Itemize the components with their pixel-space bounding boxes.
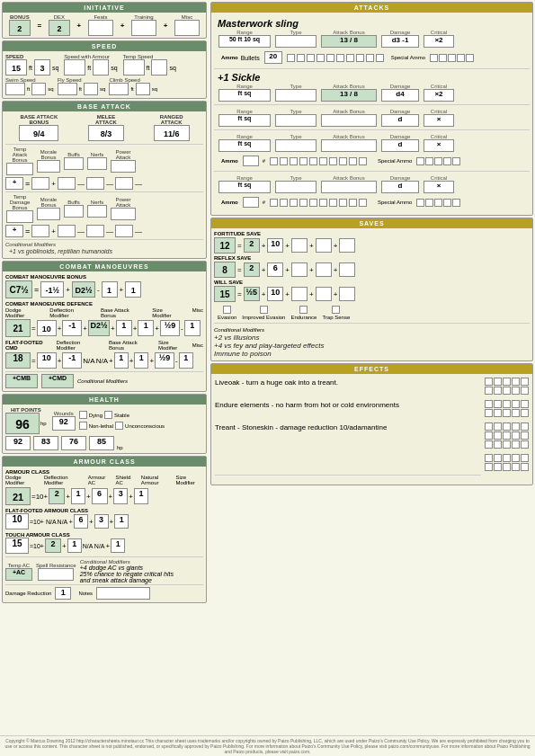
- w2-atk-input[interactable]: 13 / 8: [321, 89, 377, 102]
- cmd-sz2[interactable]: 1: [184, 320, 201, 336]
- w5-ammo-count[interactable]: [243, 197, 259, 208]
- will-mod[interactable]: 10: [267, 287, 283, 301]
- flat-ac-armour[interactable]: 6: [74, 514, 88, 529]
- eff3-cb2[interactable]: [494, 422, 502, 431]
- ref-base[interactable]: 2: [244, 262, 260, 277]
- evasion-check[interactable]: [223, 306, 231, 314]
- eff2-cb4[interactable]: [512, 400, 520, 408]
- ac-armour[interactable]: 6: [92, 488, 108, 504]
- ac-natural[interactable]: 1: [134, 488, 148, 504]
- w4-dmg-input[interactable]: d: [381, 139, 419, 152]
- spec-ammo3-3[interactable]: [434, 199, 442, 207]
- touch-ac-dex[interactable]: 2: [45, 538, 61, 553]
- initiative-feats-input[interactable]: [88, 20, 113, 36]
- cmd-val[interactable]: 21: [5, 319, 31, 337]
- eff3-cb4[interactable]: [512, 422, 520, 431]
- eff3-cb11[interactable]: [485, 440, 493, 449]
- ref-temp[interactable]: [339, 262, 355, 277]
- eff2-cb9[interactable]: [512, 409, 520, 417]
- cmb-val[interactable]: C7½: [5, 280, 32, 298]
- ammo2-2[interactable]: [280, 157, 288, 165]
- flat-ac-natural[interactable]: 1: [114, 514, 129, 529]
- flat-ac-total[interactable]: 10: [5, 513, 29, 529]
- eff3-cb10[interactable]: [521, 431, 529, 440]
- eff4-cb1[interactable]: [485, 454, 493, 462]
- flat-sz[interactable]: 1: [179, 352, 193, 369]
- ammo3-4[interactable]: [299, 199, 308, 207]
- eff1-cb8[interactable]: [503, 387, 511, 395]
- base-attack-input[interactable]: 9/4: [19, 125, 58, 141]
- ammo-cb-7[interactable]: [346, 54, 354, 62]
- eff4-cb5[interactable]: [521, 454, 529, 462]
- w4-ammo-count[interactable]: [243, 156, 259, 166]
- temp-cmd-btn[interactable]: +CMD: [41, 374, 74, 388]
- notes-input[interactable]: [96, 587, 150, 600]
- flat-ac-shield[interactable]: 3: [94, 514, 109, 529]
- eff2-cb7[interactable]: [494, 409, 502, 417]
- eff3-cb8[interactable]: [503, 431, 511, 440]
- dmg-reduction-input[interactable]: 1: [55, 587, 71, 600]
- speed-input[interactable]: 15: [5, 59, 27, 76]
- ammo2-6[interactable]: [319, 157, 327, 165]
- eff3-cb13[interactable]: [503, 440, 511, 449]
- flat-bab[interactable]: ½9: [155, 352, 174, 369]
- w3-crit-input[interactable]: ×: [424, 114, 454, 127]
- morale-bonus2-input[interactable]: [37, 208, 60, 220]
- ammo-cb-8[interactable]: [356, 54, 364, 62]
- spec-ammo-5[interactable]: [466, 54, 474, 62]
- effect4-text[interactable]: [215, 454, 481, 476]
- eff4-cb7[interactable]: [494, 463, 502, 471]
- ref-racial[interactable]: [291, 262, 308, 277]
- ammo2-8[interactable]: [339, 157, 347, 165]
- w1-type-input[interactable]: [275, 35, 317, 48]
- eff3-cb6[interactable]: [485, 431, 493, 440]
- ammo3-2[interactable]: [280, 199, 288, 207]
- ammo-cb-4[interactable]: [317, 54, 325, 62]
- cmd-ten[interactable]: 10: [37, 320, 57, 336]
- w2-type-input[interactable]: [275, 89, 317, 102]
- w5-dmg-input[interactable]: d: [381, 181, 419, 193]
- will-racial[interactable]: [291, 287, 308, 301]
- unconscious-check[interactable]: [115, 422, 123, 430]
- w4-atk-input[interactable]: [321, 139, 377, 152]
- ammo3-6[interactable]: [319, 199, 327, 207]
- eff1-cb5[interactable]: [521, 378, 529, 386]
- will-misc[interactable]: [316, 287, 332, 301]
- eff2-cb1[interactable]: [485, 400, 493, 408]
- eff2-cb10[interactable]: [521, 409, 529, 417]
- eff3-cb9[interactable]: [512, 431, 520, 440]
- ammo3-8[interactable]: [339, 199, 347, 207]
- eff3-cb3[interactable]: [503, 422, 511, 431]
- cmd-b2[interactable]: 1: [138, 320, 154, 336]
- cmd-str[interactable]: D2½: [88, 320, 110, 336]
- armour-speed-input[interactable]: [64, 59, 85, 76]
- temp-atk-bonus-input[interactable]: [6, 163, 33, 175]
- w3-type-input[interactable]: [275, 114, 317, 127]
- spec-ammo2-2[interactable]: [425, 157, 433, 165]
- flat-b1[interactable]: 1: [114, 352, 129, 369]
- ammo-cb-5[interactable]: [326, 54, 334, 62]
- temp-cmb-btn[interactable]: +CMB: [5, 374, 38, 388]
- w5-atk-input[interactable]: [321, 181, 377, 193]
- spec-ammo3-1[interactable]: [416, 199, 424, 207]
- nonlethal-input[interactable]: 76: [61, 436, 86, 450]
- ammo3-1[interactable]: [270, 199, 278, 207]
- w4-range-input[interactable]: ft sq: [218, 139, 271, 152]
- ammo3-3[interactable]: [290, 199, 298, 207]
- spec-ammo-2[interactable]: [439, 54, 447, 62]
- cmd-dex[interactable]: -1: [62, 320, 82, 336]
- w1-atk-input[interactable]: 13 / 8: [321, 35, 377, 48]
- cmb-misc[interactable]: 1: [125, 281, 141, 298]
- w4-crit-input[interactable]: ×: [424, 139, 454, 152]
- fort-temp[interactable]: [339, 238, 355, 253]
- temp-speed-input[interactable]: [123, 59, 145, 76]
- ac-shield[interactable]: 3: [113, 488, 128, 504]
- fort-total[interactable]: 12: [214, 237, 236, 253]
- initiative-bonus-input[interactable]: 2: [9, 20, 31, 36]
- initiative-training-input[interactable]: [131, 20, 156, 36]
- morale-bonus-input[interactable]: [37, 160, 60, 173]
- endurance-check[interactable]: [299, 306, 308, 314]
- eff4-cb8[interactable]: [503, 463, 511, 471]
- climb-speed2-input[interactable]: [136, 83, 150, 95]
- swim-speed-input[interactable]: [5, 83, 25, 95]
